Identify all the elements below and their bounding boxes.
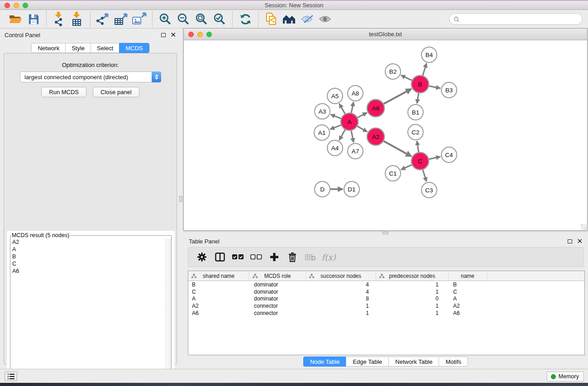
criterion-dropdown[interactable]: largest connected component (directed) <box>20 71 161 82</box>
network-window-titlebar[interactable]: testGlobe.txt <box>184 29 587 40</box>
zoom-out-button[interactable] <box>174 11 192 27</box>
save-session-button[interactable] <box>24 11 43 27</box>
resize-grip-icon[interactable] <box>581 224 587 230</box>
network-minimize-button[interactable] <box>197 32 203 37</box>
table-tabs: Node TableEdge TableNetwork TableMotifs <box>183 357 588 367</box>
zoom-selected-button[interactable] <box>210 11 229 27</box>
network-window-controls[interactable] <box>188 32 212 37</box>
edge-A-A1[interactable] <box>330 125 341 129</box>
export-table-button[interactable] <box>112 11 130 27</box>
node-label-B2: B2 <box>389 68 397 75</box>
tab-network[interactable]: Network <box>31 43 65 53</box>
column-header-name[interactable]: name <box>449 271 487 281</box>
mcds-result-item[interactable]: A <box>10 246 171 253</box>
mcds-result-item[interactable]: B <box>10 253 171 260</box>
table-row[interactable]: Cdominator41C <box>188 288 584 295</box>
zoom-fit-button[interactable] <box>192 11 210 27</box>
network-zoom-button[interactable] <box>206 32 212 37</box>
show-eye-button[interactable] <box>316 11 335 27</box>
tab-edge-table[interactable]: Edge Table <box>346 357 388 367</box>
column-header-MCDS-role[interactable]: MCDS role <box>249 271 306 281</box>
tab-select[interactable]: Select <box>91 43 119 53</box>
edge-C-C2[interactable] <box>417 141 419 152</box>
open-file-icon <box>9 13 22 25</box>
edge-A2-C[interactable] <box>384 141 411 157</box>
edge-B-B1[interactable] <box>417 93 419 104</box>
vertical-splitter-handle[interactable] <box>179 196 182 202</box>
open-file-button[interactable] <box>6 11 24 27</box>
edge-C-C4[interactable] <box>429 157 440 159</box>
float-panel-icon[interactable] <box>161 33 166 37</box>
tab-style[interactable]: Style <box>65 43 91 53</box>
search-box[interactable] <box>449 13 583 25</box>
mcds-result-item[interactable]: A6 <box>10 267 171 275</box>
node-table[interactable]: shared nameMCDS rolesuccessor nodesprede… <box>188 271 585 355</box>
column-header-predecessor-nodes[interactable]: predecessor nodes <box>376 271 449 281</box>
edge-C-C1[interactable] <box>401 165 412 170</box>
table-row[interactable]: Bdominator41B <box>188 281 584 288</box>
edge-A6-B[interactable] <box>384 89 411 104</box>
edge-B-B3[interactable] <box>429 86 440 88</box>
function-builder-button[interactable]: f(x) <box>320 250 337 264</box>
export-image-button[interactable] <box>130 11 148 27</box>
edge-A-A2[interactable] <box>357 126 367 132</box>
import-table-button[interactable] <box>68 11 86 27</box>
close-panel-button[interactable]: Close panel <box>93 87 139 97</box>
mcds-result-list[interactable]: A2ABCA6 <box>10 238 171 384</box>
tab-network-table[interactable]: Network Table <box>388 357 439 367</box>
columns-button[interactable] <box>212 250 228 264</box>
network-canvas[interactable]: B4B2BB3B1A5A8A6A3AA1A2C2A4A7C4CC1C3DD1 <box>184 40 587 230</box>
export-network-button[interactable] <box>94 11 112 27</box>
import-network-button[interactable] <box>50 11 68 27</box>
edge-A-A3[interactable] <box>331 114 341 119</box>
edge-B-B2[interactable] <box>401 75 412 80</box>
edge-B-B4[interactable] <box>423 63 426 76</box>
show-panels-button[interactable] <box>5 372 17 381</box>
copy-documents-button[interactable] <box>262 11 280 27</box>
gear-button[interactable] <box>194 250 210 264</box>
table-float-panel-icon[interactable] <box>568 239 572 243</box>
table-row[interactable]: A2connector11A2 <box>188 302 584 310</box>
first-neighbors-button[interactable] <box>280 11 298 27</box>
zoom-in-button[interactable] <box>156 11 174 27</box>
tab-motifs[interactable]: Motifs <box>439 357 468 367</box>
status-bar: Memory <box>0 369 588 383</box>
checkboxes-checked-button[interactable] <box>230 250 246 264</box>
close-window-button[interactable] <box>5 3 10 8</box>
network-graph[interactable]: B4B2BB3B1A5A8A6A3AA1A2C2A4A7C4CC1C3DD1 <box>184 40 587 230</box>
close-panel-icon[interactable]: ✕ <box>170 33 176 37</box>
edge-A-A8[interactable] <box>351 102 354 113</box>
table-delete-button[interactable] <box>302 250 319 264</box>
mcds-result-item[interactable]: A2 <box>10 238 171 246</box>
checkboxes-unchecked-button[interactable] <box>248 250 264 264</box>
zoom-window-button[interactable] <box>23 3 28 8</box>
search-input[interactable] <box>462 16 582 22</box>
edge-A-A5[interactable] <box>339 104 345 114</box>
window-controls[interactable] <box>5 3 28 8</box>
hide-eye-button[interactable] <box>298 11 316 27</box>
column-header-shared-name[interactable]: shared name <box>188 271 249 281</box>
network-close-button[interactable] <box>188 32 194 37</box>
table-row[interactable]: Adominator80A <box>188 295 584 303</box>
column-header-successor-nodes[interactable]: successor nodes <box>306 271 376 281</box>
toolbar-separator <box>90 11 91 27</box>
edge-A-A7[interactable] <box>351 131 354 143</box>
trash-button[interactable] <box>284 250 301 264</box>
edge-C-C3[interactable] <box>423 170 426 181</box>
table-toolbar: f(x) <box>188 247 584 267</box>
edge-A-A4[interactable] <box>339 130 345 140</box>
mcds-result-item[interactable]: C <box>10 260 171 267</box>
refresh-button[interactable] <box>236 11 254 27</box>
result-scrollbar[interactable] <box>165 238 171 384</box>
memory-button[interactable]: Memory <box>547 372 584 381</box>
run-mcds-button[interactable]: Run MCDS <box>41 87 86 97</box>
tab-node-table[interactable]: Node Table <box>303 357 346 367</box>
plus-button[interactable] <box>266 250 282 264</box>
horizontal-splitter-handle[interactable] <box>382 232 388 234</box>
table-close-panel-icon[interactable]: ✕ <box>577 239 583 243</box>
edge-A-A6[interactable] <box>358 113 367 118</box>
network-window-title: testGlobe.txt <box>369 31 402 38</box>
tab-mcds[interactable]: MCDS <box>119 43 149 53</box>
table-row[interactable]: A6connector11A6 <box>188 310 584 317</box>
minimize-window-button[interactable] <box>14 3 19 8</box>
